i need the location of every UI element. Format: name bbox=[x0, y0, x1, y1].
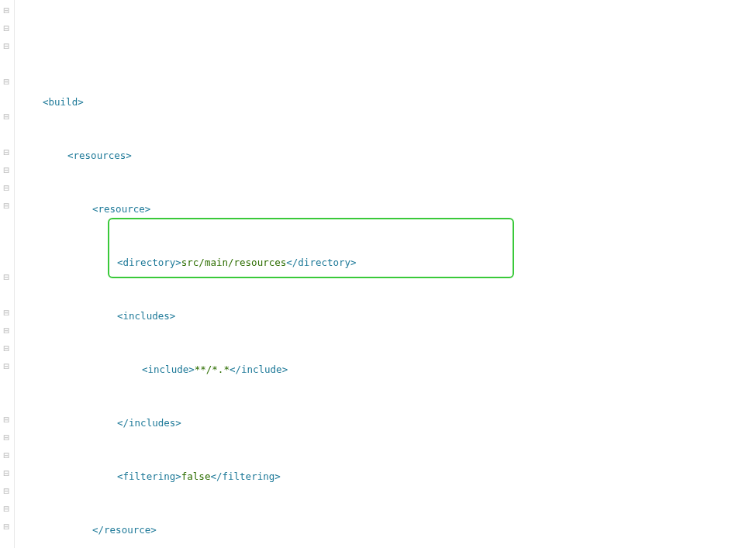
tag-build: build bbox=[49, 96, 78, 108]
fold-icon[interactable]: ⊟ bbox=[1, 360, 12, 372]
tag-includes: includes bbox=[123, 310, 170, 322]
fold-icon[interactable]: ⊟ bbox=[1, 343, 12, 354]
code-line[interactable]: </resource> bbox=[19, 521, 756, 539]
directory-value: src/main/resources bbox=[181, 257, 286, 268]
fold-gutter: ⊟ ⊟ ⊟ ⊟ ⊟ ⊟ ⊟ ⊟ ⊟ ⊟ ⊟ ⊟ ⊟ ⊟ ⊟ ⊟ ⊟ ⊟ ⊟ ⊟ … bbox=[0, 0, 15, 548]
fold-icon[interactable]: ⊟ bbox=[1, 271, 12, 283]
fold-icon[interactable]: ⊟ bbox=[1, 521, 12, 532]
fold-icon[interactable]: ⊟ bbox=[1, 76, 12, 88]
fold-icon[interactable]: ⊟ bbox=[1, 325, 12, 336]
fold-icon[interactable]: ⊟ bbox=[1, 432, 12, 443]
fold-icon[interactable]: ⊟ bbox=[1, 5, 12, 16]
fold-icon[interactable]: ⊟ bbox=[1, 467, 12, 479]
code-line[interactable]: </includes> bbox=[19, 414, 756, 432]
tag-resources: resources bbox=[74, 150, 126, 161]
fold-icon[interactable]: ⊟ bbox=[1, 164, 12, 176]
tag-filtering: filtering bbox=[123, 470, 176, 482]
tag-resource: resource bbox=[98, 203, 145, 215]
fold-icon[interactable]: ⊟ bbox=[1, 414, 12, 426]
fold-icon[interactable]: ⊟ bbox=[1, 503, 12, 515]
fold-icon[interactable]: ⊟ bbox=[1, 182, 12, 194]
code-line[interactable]: <resources> bbox=[19, 146, 756, 164]
tag-include: include bbox=[148, 364, 189, 375]
tag-directory: directory bbox=[123, 257, 176, 268]
include-value: **/*.* bbox=[195, 364, 230, 375]
code-line[interactable]: <directory>src/main/resources</directory… bbox=[19, 253, 756, 271]
code-editor[interactable]: ⊟ ⊟ ⊟ ⊟ ⊟ ⊟ ⊟ ⊟ ⊟ ⊟ ⊟ ⊟ ⊟ ⊟ ⊟ ⊟ ⊟ ⊟ ⊟ ⊟ … bbox=[0, 0, 756, 548]
filtering-value: false bbox=[181, 470, 211, 482]
fold-icon[interactable]: ⊟ bbox=[1, 40, 12, 52]
fold-icon[interactable]: ⊟ bbox=[1, 307, 12, 319]
fold-icon[interactable]: ⊟ bbox=[1, 200, 12, 212]
fold-icon[interactable]: ⊟ bbox=[1, 485, 12, 497]
code-area[interactable]: <build> <resources> <resource> <director… bbox=[15, 0, 756, 548]
code-line[interactable]: <include>**/*.*</include> bbox=[19, 360, 756, 378]
fold-icon[interactable]: ⊟ bbox=[1, 111, 12, 122]
fold-icon[interactable]: ⊟ bbox=[1, 146, 12, 158]
code-line[interactable]: <build> bbox=[19, 93, 756, 111]
code-line[interactable]: <filtering>false</filtering> bbox=[19, 467, 756, 485]
fold-icon[interactable]: ⊟ bbox=[1, 450, 12, 461]
code-line[interactable]: <resource> bbox=[19, 200, 756, 218]
fold-icon[interactable]: ⊟ bbox=[1, 22, 12, 34]
code-line[interactable]: <includes> bbox=[19, 307, 756, 325]
